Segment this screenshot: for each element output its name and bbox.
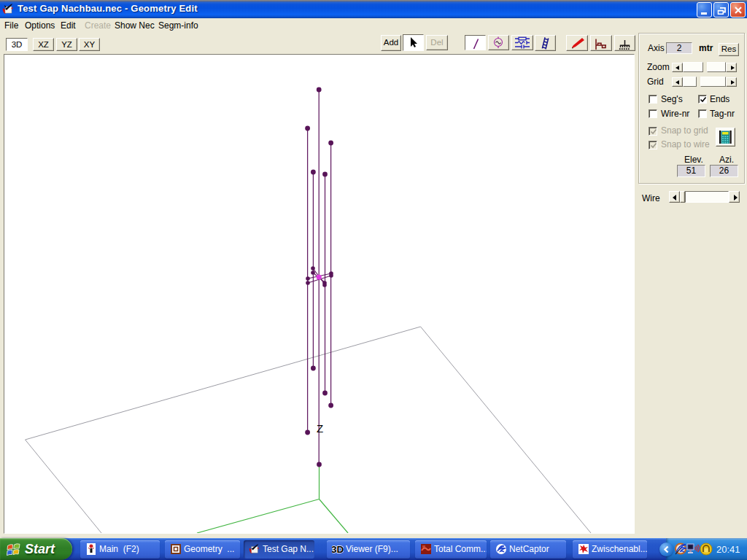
- svg-text:Z: Z: [317, 422, 323, 435]
- svg-text:3D: 3D: [332, 544, 344, 555]
